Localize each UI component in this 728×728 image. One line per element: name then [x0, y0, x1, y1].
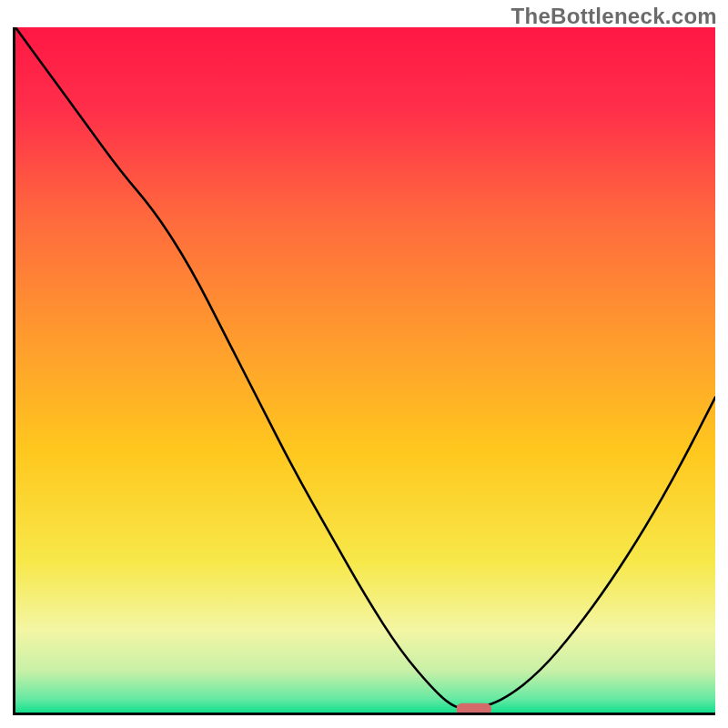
watermark-text: TheBottleneck.com [511, 4, 717, 29]
optimal-marker [15, 27, 715, 713]
svg-rect-1 [457, 703, 491, 713]
plot-area [13, 27, 715, 715]
chart-frame: TheBottleneck.com [0, 0, 728, 728]
